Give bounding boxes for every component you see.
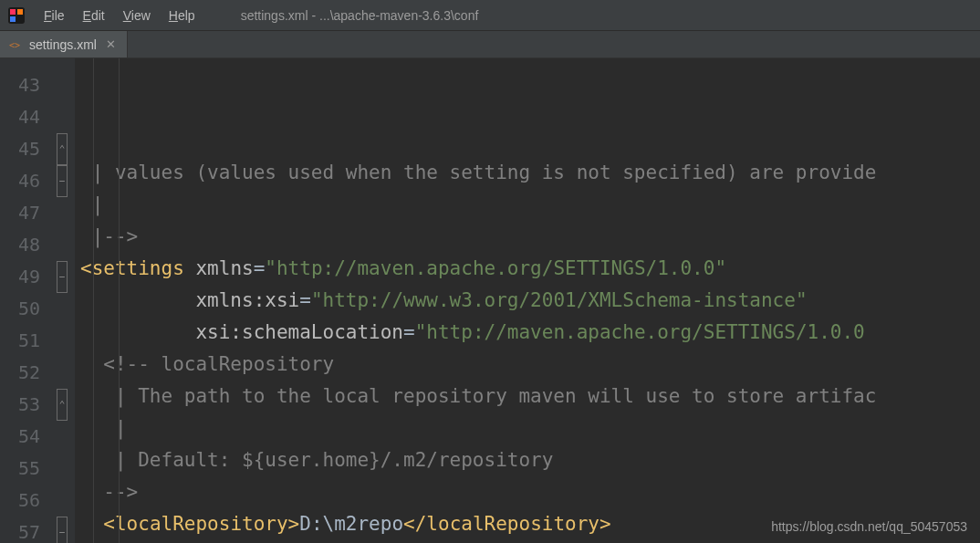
line-number: 47: [0, 197, 51, 229]
line-number: 57: [0, 517, 51, 543]
line-number: 43: [0, 69, 51, 101]
code-line[interactable]: <!-- localRepository: [80, 349, 980, 381]
tab-bar: <> settings.xml ✕: [0, 31, 980, 58]
line-number: 51: [0, 325, 51, 357]
fold-slot: [51, 485, 73, 517]
code-line[interactable]: | values (values used when the setting i…: [80, 157, 980, 189]
line-number-gutter: 434445464748495051525354555657: [0, 58, 51, 543]
code-area[interactable]: | values (values used when the setting i…: [75, 58, 980, 543]
menubar: FileEditViewHelp settings.xml - ...\apac…: [0, 0, 980, 31]
line-number: 55: [0, 453, 51, 485]
code-line[interactable]: |: [80, 189, 980, 221]
fold-slot[interactable]: −: [51, 261, 73, 293]
menu-help[interactable]: Help: [160, 5, 204, 26]
tab-settings-xml[interactable]: <> settings.xml ✕: [0, 31, 128, 57]
app-icon: [7, 6, 26, 25]
code-line[interactable]: | The path to the local repository maven…: [80, 381, 980, 412]
fold-slot[interactable]: ⌃: [51, 389, 73, 421]
line-number: 49: [0, 261, 51, 293]
line-number: 54: [0, 421, 51, 453]
menu-view[interactable]: View: [114, 5, 160, 26]
menu-edit[interactable]: Edit: [74, 5, 114, 26]
line-number: 45: [0, 133, 51, 165]
code-line[interactable]: -->: [80, 476, 980, 508]
code-line[interactable]: <settings xmlns="http://maven.apache.org…: [80, 253, 980, 285]
xml-file-icon: <>: [9, 38, 24, 51]
editor[interactable]: 434445464748495051525354555657 ⌃−−⌃− | v…: [0, 58, 980, 543]
fold-slot[interactable]: ⌃: [51, 133, 73, 165]
fold-close-icon[interactable]: ⌃: [57, 133, 68, 165]
fold-slot: [51, 197, 73, 229]
fold-slot: [51, 357, 73, 389]
fold-close-icon[interactable]: ⌃: [57, 389, 68, 421]
code-line[interactable]: | Default: ${user.home}/.m2/repository: [80, 444, 980, 476]
menu-file[interactable]: File: [35, 5, 74, 26]
fold-open-icon[interactable]: −: [57, 261, 68, 293]
line-number: 44: [0, 101, 51, 133]
indent-guide: [93, 58, 94, 543]
svg-text:<>: <>: [9, 40, 20, 50]
line-number: 52: [0, 357, 51, 389]
svg-rect-1: [10, 9, 16, 15]
svg-rect-2: [10, 16, 16, 22]
fold-slot: [51, 69, 73, 101]
fold-slot: [51, 229, 73, 261]
line-number: 50: [0, 293, 51, 325]
line-number: 46: [0, 165, 51, 197]
fold-open-icon[interactable]: −: [57, 517, 68, 543]
tab-label: settings.xml: [29, 37, 97, 52]
watermark: https://blog.csdn.net/qq_50457053: [771, 519, 967, 534]
line-number: 53: [0, 389, 51, 421]
line-number: 56: [0, 485, 51, 517]
indent-guide: [119, 58, 120, 543]
code-line[interactable]: |-->: [80, 221, 980, 253]
fold-slot: [51, 453, 73, 485]
svg-rect-3: [17, 9, 23, 15]
fold-slot: [51, 293, 73, 325]
code-line[interactable]: |: [80, 412, 980, 444]
window-title: settings.xml - ...\apache-maven-3.6.3\co…: [241, 8, 479, 23]
fold-slot: [51, 101, 73, 133]
fold-slot[interactable]: −: [51, 165, 73, 197]
close-icon[interactable]: ✕: [106, 38, 116, 50]
code-line[interactable]: xsi:schemaLocation="http://maven.apache.…: [80, 317, 980, 349]
fold-open-icon[interactable]: −: [57, 165, 68, 197]
code-line[interactable]: xmlns:xsi="http://www.w3.org/2001/XMLSch…: [80, 285, 980, 317]
fold-gutter[interactable]: ⌃−−⌃−: [51, 58, 73, 543]
fold-slot: [51, 325, 73, 357]
fold-slot: [51, 421, 73, 453]
line-number: 48: [0, 229, 51, 261]
fold-slot[interactable]: −: [51, 517, 73, 543]
